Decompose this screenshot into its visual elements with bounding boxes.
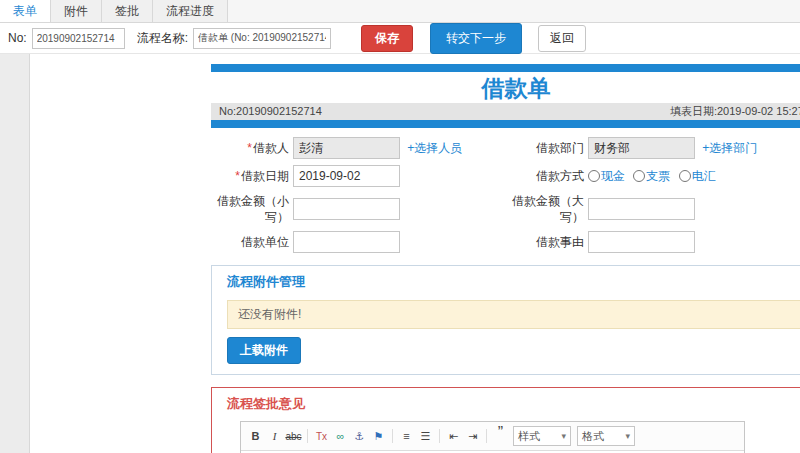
tab-approve[interactable]: 签批: [102, 0, 153, 22]
unit-label: 借款单位: [211, 228, 291, 256]
strikethrough-icon[interactable]: abc: [285, 428, 302, 445]
department-label: 借款部门: [496, 134, 586, 162]
row-amounts: 借款金额（小写） 借款金额（大写）: [211, 190, 800, 228]
borrow-method-label: 借款方式: [496, 162, 586, 190]
method-option-check[interactable]: 支票: [633, 169, 670, 183]
bold-icon[interactable]: B: [247, 428, 264, 445]
tab-progress[interactable]: 流程进度: [153, 0, 228, 22]
row-unit-reason: 借款单位 借款事由: [211, 228, 800, 256]
select-department-link[interactable]: +选择部门: [702, 141, 757, 155]
no-input[interactable]: [32, 28, 125, 49]
row-borrower-department: *借款人 +选择人员 借款部门 +选择部门: [211, 134, 800, 162]
required-mark: *: [235, 169, 240, 183]
borrower-label: *借款人: [211, 134, 291, 162]
save-button[interactable]: 保存: [361, 25, 413, 52]
toolbar-separator: [439, 429, 440, 443]
borrow-date-label: *借款日期: [211, 162, 291, 190]
approval-panel: 流程签批意见 B I abc Tx ∞ ⚓ ⚑ ≡ ☰ ⇤ ⇥: [211, 387, 800, 453]
department-input[interactable]: [588, 137, 695, 159]
select-person-link[interactable]: +选择人员: [407, 141, 462, 155]
no-label: No:: [8, 31, 27, 45]
numbered-list-icon[interactable]: ≡: [398, 428, 415, 445]
rich-text-editor: B I abc Tx ∞ ⚓ ⚑ ≡ ☰ ⇤ ⇥ ” 样式: [240, 421, 745, 453]
unit-input[interactable]: [293, 231, 400, 253]
method-option-wire[interactable]: 电汇: [679, 169, 716, 183]
reason-label: 借款事由: [496, 228, 586, 256]
approval-panel-title: 流程签批意见: [227, 396, 800, 411]
flag-icon[interactable]: ⚑: [370, 428, 387, 445]
process-name-input[interactable]: [193, 28, 331, 49]
upload-attachment-button[interactable]: 上载附件: [227, 337, 301, 364]
toolbar-separator: [392, 429, 393, 443]
editor-toolbar: B I abc Tx ∞ ⚓ ⚑ ≡ ☰ ⇤ ⇥ ” 样式: [241, 422, 744, 451]
italic-icon[interactable]: I: [266, 428, 283, 445]
form-no-text: No:20190902152714: [219, 105, 322, 118]
remove-format-icon[interactable]: Tx: [313, 428, 330, 445]
page-body: 借款单 No:20190902152714 填表日期:2019-09-02 15…: [0, 54, 800, 453]
amount-big-label: 借款金额（大写）: [496, 190, 586, 228]
panel-divider-bar: [211, 120, 800, 128]
wire-radio[interactable]: [679, 170, 691, 182]
top-tab-bar: 表单 附件 签批 流程进度: [0, 0, 800, 23]
loan-form-fields: *借款人 +选择人员 借款部门 +选择部门 *借款日期: [211, 134, 800, 256]
blockquote-icon[interactable]: ”: [492, 428, 509, 445]
tab-form[interactable]: 表单: [0, 0, 51, 22]
link-icon[interactable]: ∞: [332, 428, 349, 445]
back-button[interactable]: 返回: [538, 25, 586, 52]
amount-big-input[interactable]: [588, 198, 695, 220]
amount-small-label: 借款金额（小写）: [211, 190, 291, 228]
form-date-text: 填表日期:2019-09-02 15:27:1: [670, 105, 800, 118]
toolbar-separator: [307, 429, 308, 443]
loan-form-panel: 借款单 No:20190902152714 填表日期:2019-09-02 15…: [211, 64, 800, 256]
required-mark: *: [247, 141, 252, 155]
toolbar-separator: [486, 429, 487, 443]
method-option-cash[interactable]: 现金: [588, 169, 625, 183]
attachment-panel: 流程附件管理 还没有附件! 上载附件: [211, 265, 800, 375]
row-date-method: *借款日期 借款方式 现金 支票 电汇: [211, 162, 800, 190]
collapsed-sidebar-strip: [0, 54, 30, 453]
anchor-icon[interactable]: ⚓: [351, 428, 368, 445]
content-area: 借款单 No:20190902152714 填表日期:2019-09-02 15…: [30, 54, 800, 453]
cash-radio[interactable]: [588, 170, 600, 182]
panel-top-bar: [211, 64, 800, 72]
borrower-input[interactable]: [293, 137, 400, 159]
form-title: 借款单: [211, 72, 800, 103]
forward-next-step-button[interactable]: 转交下一步: [430, 23, 522, 54]
tab-attachment[interactable]: 附件: [51, 0, 102, 22]
bullet-list-icon[interactable]: ☰: [417, 428, 434, 445]
toolbar: No: 流程名称: 保存 转交下一步 返回: [0, 23, 800, 54]
form-info-bar: No:20190902152714 填表日期:2019-09-02 15:27:…: [211, 103, 800, 120]
amount-small-input[interactable]: [293, 198, 400, 220]
style-select[interactable]: 样式: [513, 426, 571, 446]
check-radio[interactable]: [633, 170, 645, 182]
reason-input[interactable]: [588, 231, 695, 253]
borrow-date-input[interactable]: [293, 165, 400, 187]
outdent-icon[interactable]: ⇤: [445, 428, 462, 445]
format-select[interactable]: 格式: [577, 426, 635, 446]
attachment-panel-title: 流程附件管理: [227, 274, 800, 289]
process-name-label: 流程名称:: [137, 30, 188, 47]
indent-icon[interactable]: ⇥: [464, 428, 481, 445]
no-attachment-alert: 还没有附件!: [227, 300, 800, 329]
